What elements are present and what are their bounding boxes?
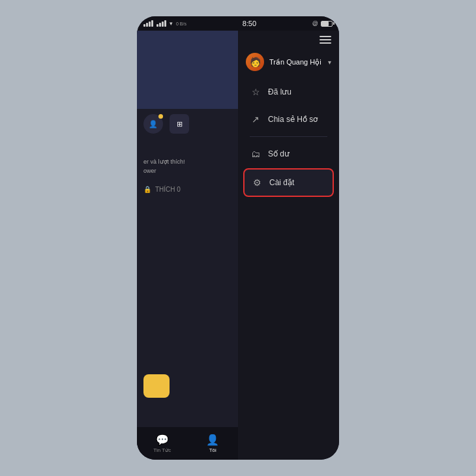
status-right: @ [312,20,333,27]
share-icon: ↗ [250,114,261,125]
news-label: Tin Tức [153,447,171,453]
yellow-button[interactable] [143,374,170,398]
action-row: 👤 ⊞ [137,109,238,139]
hamburger-area [238,31,339,49]
me-icon: 👤 [206,434,219,446]
menu-list: ☆ Đã lưu ↗ Chia sẻ Hồ sơ 🗂 Số dư ⚙ [238,79,339,197]
battery-icon [321,21,333,27]
avatar: 🧑 [246,53,264,71]
menu-item-balance[interactable]: 🗂 Số dư [243,141,334,167]
hamburger-line-2 [320,39,331,40]
grid-icon: ⊞ [177,120,183,128]
gear-icon: ⚙ [251,177,263,188]
phone-frame: ▾ 0 B/s 8:50 @ 👤 [137,16,339,460]
share-profile-label: Chia sẻ Hồ sơ [268,115,318,124]
wallet-icon: 🗂 [250,149,261,159]
hamburger-button[interactable] [320,36,331,44]
news-icon: 💬 [156,434,169,446]
menu-item-settings[interactable]: ⚙ Cài đặt [243,168,334,197]
nav-item-me[interactable]: 👤 Tôi [188,434,239,453]
add-friend-button[interactable]: 👤 [143,114,163,134]
settings-label: Cài đặt [269,178,294,187]
grid-button[interactable]: ⊞ [170,114,189,134]
add-friend-icon: 👤 [149,120,158,128]
menu-item-saved[interactable]: ☆ Đã lưu [243,79,334,105]
saved-label: Đã lưu [268,87,291,97]
user-row[interactable]: 🧑 Trần Quang Hội ▾ [238,49,339,79]
notification-dot [158,114,163,119]
profile-image [137,31,238,109]
user-name: Trần Quang Hội [269,58,323,67]
balance-label: Số dư [268,149,290,158]
text-line1: er và lượt thích! [143,158,231,165]
chevron-down-icon: ▾ [328,59,331,66]
at-icon: @ [312,20,318,27]
menu-item-share-profile[interactable]: ↗ Chia sẻ Hồ sơ [243,106,334,132]
left-text-area: er và lượt thích! ower [137,139,238,181]
status-left: ▾ 0 B/s [143,20,186,27]
wifi-icon: ▾ [170,20,173,27]
lock-icon: 🔒 [143,186,151,193]
bottom-nav: 💬 Tin Tức 👤 Tôi [137,427,238,460]
thich-section: 🔒 THÍCH 0 [137,181,238,198]
left-panel: 👤 ⊞ er và lượt thích! ower 🔒 THÍCH 0 [137,31,238,460]
signal-icon [143,20,153,27]
hamburger-line-1 [320,36,331,37]
menu-divider [250,136,327,137]
me-label: Tôi [209,447,216,453]
hamburger-line-3 [320,42,331,44]
data-speed: 0 B/s [176,22,186,26]
signal-icon-2 [156,20,166,27]
right-panel: 🧑 Trần Quang Hội ▾ ☆ Đã lưu ↗ Chia sẻ Hồ… [238,31,339,460]
star-icon: ☆ [250,87,261,97]
status-time: 8:50 [243,20,256,27]
nav-item-news[interactable]: 💬 Tin Tức [137,434,188,453]
text-line2: ower [143,168,231,174]
main-content: 👤 ⊞ er và lượt thích! ower 🔒 THÍCH 0 [137,31,339,460]
status-bar: ▾ 0 B/s 8:50 @ [137,16,339,31]
thich-label: THÍCH 0 [155,186,181,193]
